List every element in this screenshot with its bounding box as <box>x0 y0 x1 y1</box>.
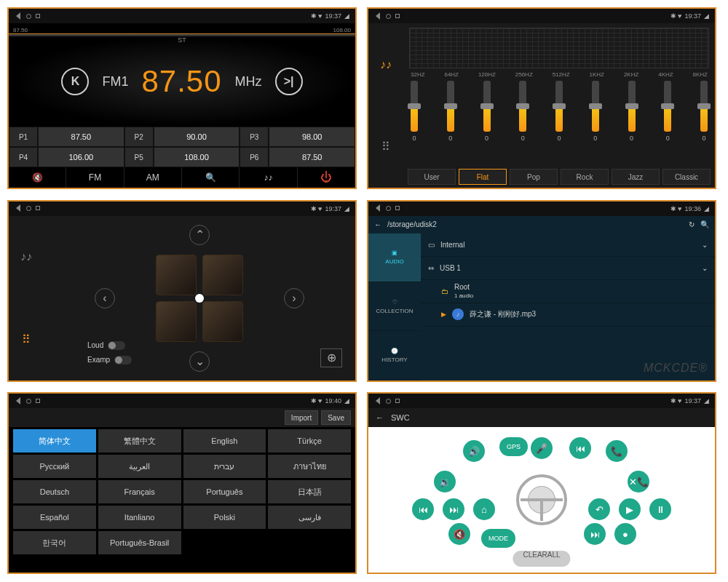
swc-ff[interactable]: ⏭ <box>584 523 606 545</box>
eq-slider[interactable]: 0 <box>700 81 708 167</box>
swc-call[interactable]: 📞 <box>606 440 628 462</box>
examp-toggle[interactable] <box>114 356 132 364</box>
swc-prev[interactable]: ⏮ <box>412 498 434 520</box>
fader-dot[interactable] <box>195 294 204 303</box>
back-icon[interactable]: ← <box>376 413 384 422</box>
prev-button[interactable]: K <box>61 68 89 95</box>
mute-button[interactable]: 🔇 <box>9 167 66 188</box>
fader-eq-icon[interactable]: ♪♪ <box>9 216 44 298</box>
fader-grid-icon[interactable]: ⠿ <box>9 298 44 380</box>
freq-scale: 87.50108.00 <box>9 23 355 33</box>
swc-vol-up[interactable]: 🔊 <box>463 440 485 462</box>
row-root[interactable]: 🗀Root1 audio <box>421 280 715 303</box>
lang-cell[interactable]: 日本語 <box>268 480 351 503</box>
lang-cell[interactable]: Español <box>13 506 96 529</box>
fader-up[interactable]: ⌃ <box>189 225 210 245</box>
fader-down[interactable]: ⌄ <box>189 351 210 372</box>
swc-hangup[interactable]: ✕📞 <box>628 471 649 493</box>
eq-slider[interactable]: 0 <box>411 81 418 167</box>
lang-cell[interactable]: فارسی <box>268 506 351 529</box>
fader-left[interactable]: ‹ <box>95 288 115 308</box>
lang-cell[interactable]: Русский <box>13 455 96 478</box>
statusbar: ✱ ♥19:37◢ <box>9 202 355 216</box>
lang-cell[interactable]: العربية <box>98 455 181 478</box>
import-button[interactable]: Import <box>285 410 318 425</box>
row-track[interactable]: ▶♪薛之谦 - 刚刚好.mp3 <box>421 303 715 327</box>
row-internal[interactable]: ▭Internal⌄ <box>421 234 715 257</box>
search-button[interactable]: 🔍 <box>182 167 240 188</box>
refresh-icon[interactable]: ↻ <box>689 220 695 228</box>
eq-button[interactable]: ♪♪ <box>240 167 297 188</box>
lang-cell[interactable]: Português <box>183 480 266 503</box>
eq-slider[interactable]: 0 <box>592 81 599 167</box>
swc-gps[interactable]: GPS <box>499 437 528 456</box>
eq-slider[interactable]: 0 <box>483 81 491 167</box>
lang-cell[interactable]: English <box>183 429 266 453</box>
next-button[interactable]: >| <box>275 68 303 95</box>
seat-diagram[interactable] <box>156 255 243 342</box>
preset-p1[interactable]: P1 <box>9 127 38 147</box>
lang-cell[interactable]: Itanliano <box>98 506 181 529</box>
lang-cell[interactable]: 繁體中文 <box>98 429 181 453</box>
target-button[interactable]: ⊕ <box>320 348 342 367</box>
side-collection[interactable]: ♡COLLECTION <box>368 282 421 331</box>
eq-slider[interactable]: 0 <box>447 81 454 167</box>
band-label: FM1 <box>102 74 128 89</box>
eq-slider[interactable]: 0 <box>664 81 671 167</box>
eq-tab-classic[interactable]: Classic <box>662 169 711 185</box>
lang-cell[interactable]: ภาษาไทย <box>268 455 351 478</box>
eq-sliders-icon[interactable]: ♪♪ <box>368 23 403 105</box>
lang-cell[interactable]: 한국어 <box>13 531 96 554</box>
search-icon[interactable]: 🔍 <box>700 220 709 228</box>
file-browser-panel: ✱ ♥19:36◢ ← /storage/udisk2 ↻ 🔍 ▣AUDIO ♡… <box>367 200 716 382</box>
swc-vol-down[interactable]: 🔉 <box>434 471 456 493</box>
lang-cell[interactable]: 简体中文 <box>13 429 96 453</box>
power-button[interactable]: ⏻ <box>298 167 355 188</box>
preset-p6[interactable]: P6 <box>240 147 269 167</box>
unit-label: MHz <box>235 74 262 89</box>
fader-panel: ✱ ♥19:37◢ ♪♪ ⠿ ⌃ ⌄ ‹ › Loud Examp ⊕ <box>7 200 357 382</box>
eq-tab-jazz[interactable]: Jazz <box>612 169 660 185</box>
swc-mode[interactable]: MODE <box>481 529 515 548</box>
eq-slider[interactable]: 0 <box>555 81 563 167</box>
eq-grid-icon[interactable]: ⠿ <box>368 105 403 188</box>
swc-back[interactable]: ↶ <box>588 498 610 520</box>
preset-p5[interactable]: P5 <box>124 147 154 167</box>
swc-mute[interactable]: 🔇 <box>448 523 470 545</box>
eq-slider[interactable]: 0 <box>519 81 526 167</box>
language-panel: ✱ ♥19:40◢ Import Save 简体中文 繁體中文 English … <box>7 392 357 574</box>
lang-cell[interactable]: Français <box>98 480 181 503</box>
preset-p2[interactable]: P2 <box>124 127 154 147</box>
fader-right[interactable]: › <box>284 288 304 308</box>
swc-clearall[interactable]: CLEARALL <box>513 551 570 567</box>
lang-cell[interactable]: עברית <box>183 455 266 478</box>
back-icon[interactable]: ← <box>374 220 381 228</box>
eq-tab-rock[interactable]: Rock <box>561 169 609 185</box>
preset-p3[interactable]: P3 <box>240 127 269 147</box>
swc-pause[interactable]: ⏸ <box>649 498 671 520</box>
row-usb[interactable]: ⇔USB 1⌄ <box>421 257 715 280</box>
lang-cell[interactable]: Türkçe <box>268 429 351 453</box>
swc-mic[interactable]: 🎤 <box>531 437 553 459</box>
save-button[interactable]: Save <box>321 410 351 425</box>
swc-misc[interactable]: ● <box>614 523 636 545</box>
eq-tab-pop[interactable]: Pop <box>510 169 558 185</box>
preset-p4[interactable]: P4 <box>9 147 38 167</box>
eq-slider[interactable]: 0 <box>628 81 636 167</box>
swc-next[interactable]: ⏭ <box>443 498 464 520</box>
side-audio[interactable]: ▣AUDIO <box>368 234 421 282</box>
lang-cell[interactable]: Polski <box>183 506 266 529</box>
swc-title: SWC <box>391 413 410 422</box>
lang-cell[interactable]: Deutsch <box>13 480 96 503</box>
loud-toggle[interactable] <box>108 341 125 350</box>
swc-rewind[interactable]: ⏮ <box>569 437 591 459</box>
swc-play[interactable]: ▶ <box>619 498 641 520</box>
radio-panel: ✱ ♥19:37◢ 87.50108.00 ST K FM1 87.50 MHz… <box>7 7 357 189</box>
am-button[interactable]: AM <box>124 167 182 188</box>
swc-home[interactable]: ⌂ <box>473 498 495 520</box>
eq-tab-user[interactable]: User <box>408 169 456 185</box>
side-history[interactable]: 🕘HISTORY <box>368 331 421 380</box>
lang-cell[interactable]: Português-Brasil <box>98 531 181 554</box>
eq-tab-flat[interactable]: Flat <box>459 169 507 185</box>
fm-button[interactable]: FM <box>66 167 124 188</box>
